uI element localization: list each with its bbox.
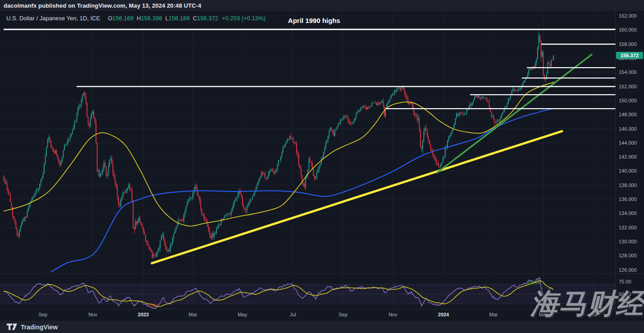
price-axis-label: 128.000 (619, 253, 637, 258)
price-axis-label: 158.000 (619, 41, 637, 47)
time-axis-label-nov: Nov (388, 312, 397, 317)
price-axis-label: 130.000 (619, 239, 637, 244)
footer-brand: TradingView (21, 324, 58, 331)
close-label: C (193, 15, 197, 22)
rsi-overbought-fill (37, 278, 540, 284)
price-axis-label: 142.000 (619, 154, 637, 160)
rsi-axis-label: 75.00 (619, 279, 631, 284)
tradingview-chart-window: dacolmanfx published on TradingView.com,… (0, 0, 644, 333)
time-axis-label-mar: Mar (189, 312, 197, 317)
change-value: +0.203 (+0.13%) (222, 15, 265, 22)
low-value: 156.169 (169, 15, 190, 22)
last-price-badge: 156.372 (616, 52, 643, 59)
price-axis-label: 148.000 (619, 112, 637, 117)
price-axis-label: 126.000 (619, 267, 637, 273)
time-axis-label-2024: 2024 (438, 312, 449, 317)
time-axis[interactable]: SepNov2023MarMayJulSepNov2024MarMayJul (0, 309, 616, 320)
price-axis-label: 160.000 (619, 27, 637, 32)
down-candle-wicks (5, 34, 553, 259)
price-axis-label: 152.000 (619, 84, 637, 89)
high-label: H (137, 15, 141, 22)
low-label: L (165, 15, 169, 22)
price-axis-label: 134.000 (619, 210, 637, 216)
up-candle-wicks (4, 32, 553, 259)
open-value: 156.169 (112, 15, 133, 22)
time-axis-label-may: May (238, 312, 247, 317)
time-axis-label-mar: Mar (489, 312, 498, 317)
watermark-chinese: 海马财经 (530, 290, 644, 318)
time-axis-label-sep: Sep (338, 312, 347, 317)
time-axis-label-nov: Nov (88, 312, 97, 317)
price-chart-canvas[interactable] (0, 0, 644, 333)
time-axis-label-jul: Jul (290, 312, 296, 317)
open-label: O (108, 15, 112, 22)
price-axis-label: 138.000 (619, 182, 637, 188)
symbol-legend[interactable]: U.S. Dollar / Japanese Yen, 1D, ICE O156… (6, 15, 265, 22)
publish-bar: dacolmanfx published on TradingView.com,… (0, 0, 644, 12)
price-axis-label: 144.000 (619, 140, 637, 146)
time-axis-label-2023: 2023 (138, 312, 149, 317)
april-1990-highs-annotation[interactable]: April 1990 highs (267, 17, 361, 24)
price-axis-label: 150.000 (619, 98, 637, 103)
symbol-title: U.S. Dollar / Japanese Yen, 1D, ICE (6, 15, 100, 22)
price-axis-label: 146.000 (619, 126, 637, 132)
tradingview-logo[interactable] (6, 323, 18, 331)
major-yellow-uptrend[interactable] (152, 131, 562, 263)
grid-lines (0, 11, 616, 309)
time-axis-label-sep: Sep (38, 312, 47, 317)
high-value: 156.398 (141, 15, 162, 22)
price-axis-label: 132.000 (619, 225, 637, 230)
price-axis-label: 136.000 (619, 196, 637, 202)
price-axis-label: 140.000 (619, 168, 637, 173)
footer-bar: TradingView (0, 320, 644, 333)
ma-fast-yellow-line (4, 82, 554, 226)
publish-text: dacolmanfx published on TradingView.com,… (4, 2, 201, 9)
price-axis-label: 154.000 (619, 69, 637, 75)
close-value: 156.372 (197, 15, 218, 22)
price-axis-label: 162.000 (619, 13, 637, 18)
